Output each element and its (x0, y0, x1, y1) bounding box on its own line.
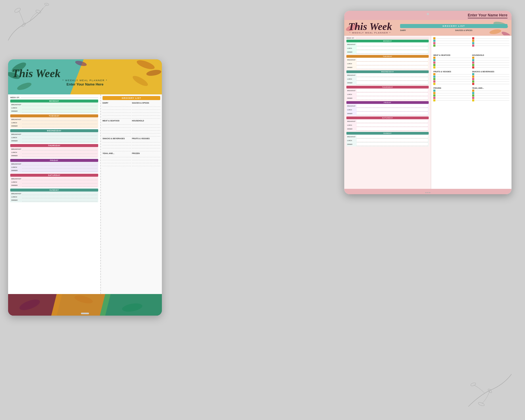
week-of-row: WEEK OF: (10, 97, 98, 98)
grocery-top-row: DAIRY SAUCES & SPICES (103, 101, 160, 119)
monday-breakfast: BREAKFAST (11, 103, 97, 106)
left-header: This Week * WEEKLY MEAL PLANNER * Enter … (8, 59, 162, 94)
right-this-week-title: This Week (348, 21, 392, 32)
snacks-title: SNACKS & BEVERAGES (103, 138, 131, 139)
fruits-title: FRUITS & VEGGIES (132, 138, 160, 139)
bg-decor-bottom-right (463, 369, 517, 412)
left-tablet: This Week * WEEKLY MEAL PLANNER * Enter … (8, 59, 162, 316)
wed-lunch: LUNCH (11, 136, 97, 139)
right-yeah-title: YEAH, AND... (472, 87, 509, 89)
right-dairy-section (433, 37, 471, 52)
right-wednesday-meals: BREAKFAST LUNCH DINNER (346, 73, 429, 85)
day-block-monday: MONDAY BREAKFAST LUNCH DINNER (10, 100, 98, 113)
left-name-field[interactable]: Enter Your Name Here (12, 82, 158, 86)
sauces-title: SAUCES & SPICES (132, 102, 160, 104)
week-of-label: WEEK OF: (10, 97, 20, 98)
svg-point-5 (470, 382, 476, 387)
dinner-line[interactable] (22, 110, 97, 112)
sat-lunch: LUNCH (11, 180, 97, 184)
right-footer (344, 189, 512, 194)
right-header: This Week * WEEKLY MEAL PLANNER * GROCER… (344, 20, 512, 36)
svg-point-6 (488, 388, 492, 393)
breakfast-line[interactable] (22, 103, 97, 106)
right-sunday-meals: BREAKFAST LUNCH DINNER (346, 135, 429, 146)
monday-lunch: LUNCH (11, 106, 97, 110)
right-header-grocery: GROCERY LIST DAIRY SAUCES & SPICES (395, 24, 507, 31)
lunch-label: LUNCH (11, 107, 22, 109)
fri-lunch: LUNCH (11, 166, 97, 169)
nav-dot-1 (425, 192, 427, 193)
day-header-thursday: THURSDAY (10, 144, 98, 147)
tue-lunch: LUNCH (11, 121, 97, 124)
day-block-thursday: THURSDAY BREAKFAST LUNCH DINNER (10, 144, 98, 158)
right-grocery-list-header: GROCERY LIST (400, 24, 507, 28)
right-week-line (356, 38, 429, 38)
day-block-tuesday: TUESDAY BREAKFAST LUNCH DINNER (10, 114, 98, 128)
week-of-line (21, 97, 98, 98)
sunday-meals: BREAKFAST LUNCH DINNER (10, 192, 98, 202)
right-fruits-section: FRUITS & VEGGIES (433, 71, 471, 85)
right-day-friday: FRIDAY BREAKFAST LUNCH DINNER (346, 101, 429, 116)
left-body: WEEK OF: MONDAY BREAKFAST LUNCH DIN (8, 94, 162, 316)
svg-point-4 (478, 402, 485, 407)
thu-dinner: DINNER (11, 154, 97, 157)
day-header-saturday: SATURDAY (10, 174, 98, 177)
right-monday-meals: BREAKFAST LUNCH DINNER (346, 42, 429, 54)
day-header-sunday: SUNDAY (10, 189, 98, 192)
right-snacks-section: SNACKS & BEVERAGES (472, 71, 509, 85)
wednesday-meals: BREAKFAST LUNCH DINNER (10, 132, 98, 143)
monday-dinner: DINNER (11, 110, 97, 113)
grocery-two-column-layout: MEAT & SEAFOOD FRUITS & VEGGIES (433, 37, 509, 192)
right-frozen-title: FROZEN (433, 87, 471, 89)
day-block-wednesday: WEDNESDAY BREAKFAST LUNCH DINNER (10, 129, 98, 143)
frozen-title: FROZEN (132, 152, 160, 154)
thursday-meals: BREAKFAST LUNCH DINNER (10, 147, 98, 158)
right-title-block: This Week * WEEKLY MEAL PLANNER * (348, 21, 392, 34)
right-subtitle: * WEEKLY MEAL PLANNER * (348, 32, 392, 34)
right-fruits-title: FRUITS & VEGGIES (433, 71, 471, 73)
right-tuesday-meals: BREAKFAST LUNCH DINNER (346, 58, 429, 70)
grocery-list-title: GROCERY LIST (103, 96, 160, 100)
nav-dot-2 (427, 192, 428, 193)
right-thursday-header: THURSDAY (346, 86, 429, 88)
grocery-third-row: SNACKS & BEVERAGES FRUITS & VEGGIES (103, 137, 160, 152)
meat-title: MEAT & SEAFOOD (103, 120, 131, 122)
right-wednesday-header: WEDNESDAY (346, 70, 429, 73)
sun-dinner: DINNER (11, 199, 97, 202)
tablet-home-button[interactable] (81, 313, 89, 314)
left-title-block: This Week * WEEKLY MEAL PLANNER * Enter … (12, 68, 158, 86)
footer-leaves (8, 294, 162, 316)
yeah-section: YEAH, AND... (103, 152, 131, 166)
saturday-meals: BREAKFAST LUNCH DINNER (10, 177, 98, 187)
left-grocery-column: GROCERY LIST DAIRY SAUCES & SPICES (100, 94, 162, 316)
day-header-monday: MONDAY (10, 100, 98, 103)
meat-section: MEAT & SEAFOOD (103, 119, 131, 137)
tue-breakfast: BREAKFAST (11, 118, 97, 121)
right-meal-column: WEEK OF: MONDAY BREAKFAST LUNCH DINNER T… (344, 36, 431, 193)
right-nav-dots (425, 192, 430, 193)
lunch-line[interactable] (22, 107, 97, 109)
monday-meals: BREAKFAST LUNCH DINNER (10, 103, 98, 113)
fruits-section: FRUITS & VEGGIES (132, 137, 160, 152)
right-day-monday: MONDAY BREAKFAST LUNCH DINNER (346, 40, 429, 54)
right-meat-section: MEAT & SEAFOOD (433, 54, 471, 69)
right-day-wednesday: WEDNESDAY BREAKFAST LUNCH DINNER (346, 70, 429, 85)
right-day-saturday: SATURDAY BREAKFAST LUNCH DINNER (346, 117, 429, 131)
sun-lunch: LUNCH (11, 195, 97, 199)
right-camera (427, 13, 429, 15)
sauces-section: SAUCES & SPICES (132, 101, 160, 119)
dairy-section: DAIRY (103, 101, 131, 119)
day-block-friday: FRIDAY BREAKFAST LUNCH DINNER (10, 159, 98, 173)
dairy-title: DAIRY (103, 102, 131, 104)
right-tuesday-header: TUESDAY (346, 55, 429, 58)
grocery-second-row: MEAT & SEAFOOD HOUSEHOLD (103, 119, 160, 137)
household-section: HOUSEHOLD (132, 119, 160, 137)
dairy-items (433, 37, 471, 52)
thu-lunch: LUNCH (11, 151, 97, 154)
right-week-of: WEEK OF: (346, 37, 429, 39)
right-name-field[interactable]: Enter Your Name Here (468, 13, 507, 18)
right-monday-header: MONDAY (346, 40, 429, 42)
right-grocery-column: MEAT & SEAFOOD FRUITS & VEGGIES (431, 36, 512, 193)
svg-point-3 (44, 3, 49, 6)
right-friday-header: FRIDAY (346, 101, 429, 104)
